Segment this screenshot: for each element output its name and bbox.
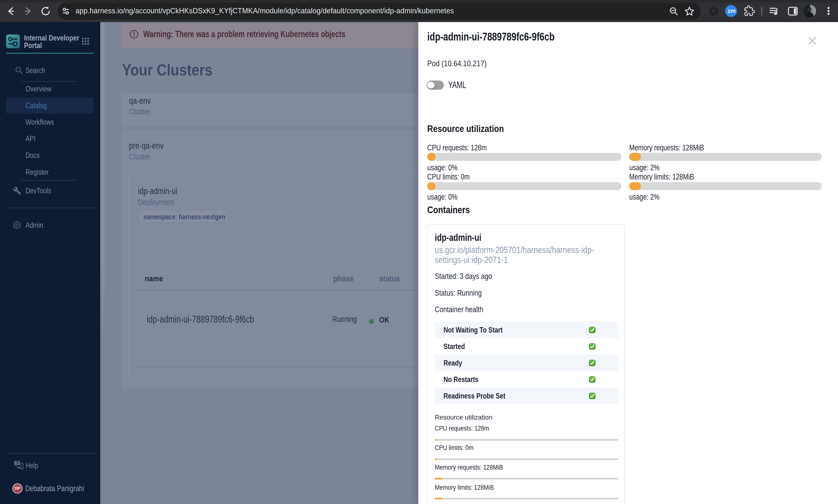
- svg-text:?: ?: [16, 461, 18, 465]
